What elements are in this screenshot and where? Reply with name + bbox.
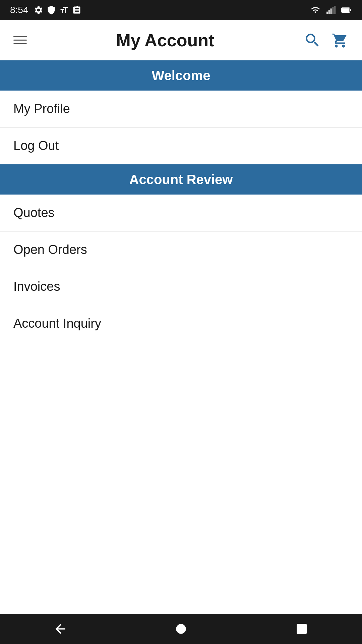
wifi-icon [310, 5, 321, 15]
my-profile-item[interactable]: My Profile [0, 91, 362, 127]
welcome-header-text: Welcome [152, 68, 210, 83]
shield-icon [47, 5, 56, 15]
bottom-nav [0, 614, 362, 644]
font-icon [59, 5, 69, 15]
recents-icon [295, 622, 308, 636]
status-time: 8:54 [10, 5, 28, 15]
nav-actions [304, 32, 349, 49]
svg-rect-2 [330, 8, 332, 14]
status-icons [34, 5, 81, 15]
home-button[interactable] [168, 615, 194, 642]
nav-bar: My Account [0, 20, 362, 60]
svg-rect-7 [342, 8, 349, 12]
home-icon [174, 622, 188, 636]
svg-rect-9 [297, 624, 307, 634]
svg-point-8 [176, 624, 186, 634]
account-inquiry-item[interactable]: Account Inquiry [0, 305, 362, 342]
open-orders-label: Open Orders [13, 243, 87, 257]
recents-button[interactable] [288, 615, 315, 642]
status-bar-left: 8:54 [10, 5, 81, 15]
quotes-item[interactable]: Quotes [0, 195, 362, 231]
account-review-header-text: Account Review [129, 172, 233, 187]
cart-icon[interactable] [331, 32, 349, 49]
status-bar-right [310, 5, 352, 15]
invoices-item[interactable]: Invoices [0, 268, 362, 305]
invoices-label: Invoices [13, 279, 60, 294]
svg-rect-1 [328, 10, 330, 14]
back-icon [53, 622, 68, 636]
page-title: My Account [116, 30, 215, 50]
content-area: Welcome My Profile Log Out Account Revie… [0, 60, 362, 342]
back-button[interactable] [47, 615, 74, 642]
account-review-section-header: Account Review [0, 164, 362, 195]
svg-rect-6 [350, 9, 351, 11]
account-inquiry-label: Account Inquiry [13, 316, 101, 331]
open-orders-item[interactable]: Open Orders [0, 231, 362, 268]
log-out-label: Log Out [13, 139, 59, 153]
welcome-section-header: Welcome [0, 60, 362, 91]
svg-rect-4 [335, 6, 336, 14]
log-out-item[interactable]: Log Out [0, 127, 362, 164]
hamburger-menu-button[interactable] [13, 36, 27, 44]
battery-icon [341, 5, 352, 15]
my-profile-label: My Profile [13, 102, 70, 116]
settings-icon [34, 5, 43, 15]
clipboard-icon [72, 5, 81, 15]
search-icon[interactable] [304, 32, 321, 49]
quotes-label: Quotes [13, 206, 55, 220]
status-bar: 8:54 [0, 0, 362, 20]
svg-rect-3 [333, 7, 334, 14]
svg-rect-0 [326, 12, 328, 14]
signal-icon [326, 5, 336, 15]
